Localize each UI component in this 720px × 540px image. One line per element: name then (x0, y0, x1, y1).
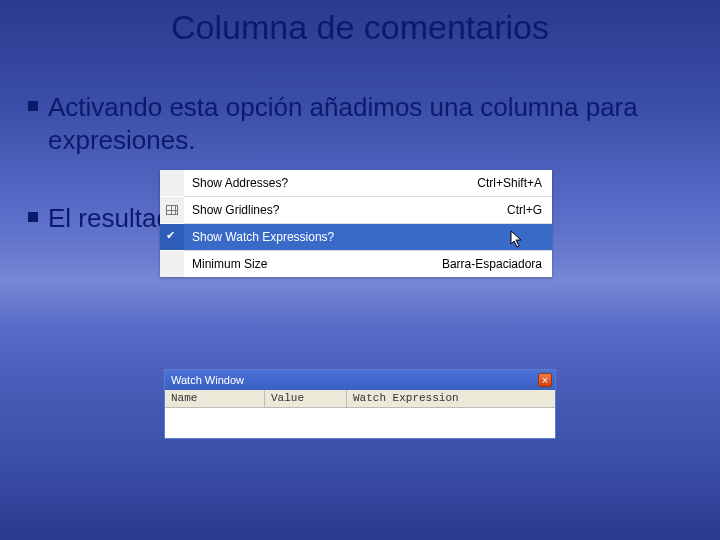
menu-item-minsize[interactable]: Minimum Size Barra-Espaciadora (160, 251, 552, 277)
close-button[interactable]: × (538, 373, 552, 387)
menu-label: Show Gridlines? (184, 203, 507, 217)
menu-shortcut: Barra-Espaciadora (442, 257, 552, 271)
menu-item-gridlines[interactable]: Show Gridlines? Ctrl+G (160, 197, 552, 223)
col-header-name[interactable]: Name (165, 390, 265, 407)
watch-window: Watch Window × Name Value Watch Expressi… (164, 369, 556, 439)
page-title: Columna de comentarios (0, 0, 720, 47)
menu-label: Show Watch Expressions? (184, 230, 542, 244)
watch-column-headers: Name Value Watch Expression (165, 390, 555, 408)
grid-icon (160, 197, 184, 223)
watch-titlebar[interactable]: Watch Window × (165, 370, 555, 390)
close-icon: × (542, 375, 548, 386)
menu-item-watch-expressions[interactable]: Show Watch Expressions? (160, 224, 552, 250)
menu-item-addresses[interactable]: Show Addresses? Ctrl+Shift+A (160, 170, 552, 196)
col-header-value[interactable]: Value (265, 390, 347, 407)
menu-shortcut: Ctrl+Shift+A (477, 176, 552, 190)
menu-shortcut: Ctrl+G (507, 203, 552, 217)
menu-label: Show Addresses? (184, 176, 477, 190)
watch-body[interactable] (165, 408, 555, 438)
bullet-square (28, 101, 38, 111)
menu-label: Minimum Size (184, 257, 442, 271)
context-menu: Show Addresses? Ctrl+Shift+A Show Gridli… (160, 170, 552, 277)
blank-icon (160, 251, 184, 277)
bullet-square (28, 212, 38, 222)
watch-title-text: Watch Window (171, 374, 244, 386)
blank-icon (160, 170, 184, 196)
col-header-expression[interactable]: Watch Expression (347, 390, 555, 407)
check-icon (160, 224, 184, 250)
bullet-row-1: Activando esta opción añadimos una colum… (28, 91, 696, 156)
bullet-text-1: Activando esta opción añadimos una colum… (48, 91, 696, 156)
